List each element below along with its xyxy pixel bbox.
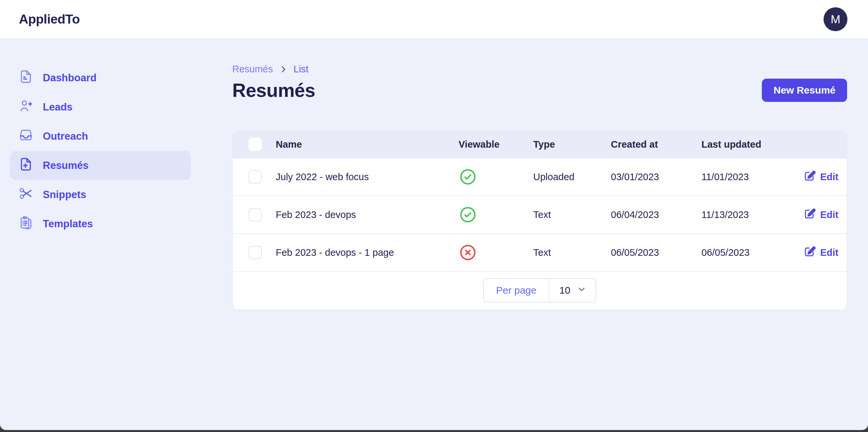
row-checkbox[interactable] [249, 208, 262, 221]
column-header-type: Type [533, 139, 611, 150]
pencil-square-icon [803, 169, 816, 184]
sidebar-nav: Dashboard Leads [0, 39, 212, 239]
table-row: Feb 2023 - devops Text 06/04/2023 11/13/… [232, 196, 847, 234]
per-page-value: 10 [559, 285, 570, 296]
created-at: 06/05/2023 [611, 247, 702, 258]
resume-name: Feb 2023 - devops [276, 209, 459, 220]
last-updated: 06/05/2023 [702, 247, 793, 258]
row-checkbox[interactable] [249, 246, 262, 259]
user-plus-icon [18, 98, 33, 116]
chevron-right-icon [278, 64, 288, 74]
sidebar-item-label: Snippets [43, 189, 86, 201]
sidebar-item-label: Dashboard [43, 72, 97, 84]
main-content: Resumés List Resumés New Resumé Name Vie… [232, 39, 847, 102]
sidebar-item-snippets[interactable]: Snippets [10, 180, 191, 209]
sidebar-item-dashboard[interactable]: Dashboard [10, 63, 191, 93]
app-window: AppliedTo M Dashboard [0, 0, 868, 430]
select-all-checkbox[interactable] [249, 138, 262, 151]
edit-button[interactable]: Edit [793, 245, 847, 260]
file-text-icon [18, 69, 33, 87]
page-header: Resumés New Resumé [232, 79, 847, 102]
edit-label: Edit [820, 247, 838, 258]
resumes-table: Name Viewable Type Created at Last updat… [232, 131, 847, 310]
sidebar-item-label: Templates [43, 218, 93, 230]
scissors-icon [18, 186, 33, 204]
pencil-square-icon [803, 245, 816, 260]
edit-label: Edit [820, 209, 838, 220]
sidebar-item-leads[interactable]: Leads [10, 93, 191, 122]
sidebar-item-resumes[interactable]: Resumés [10, 151, 191, 180]
pencil-square-icon [803, 207, 816, 222]
resume-type: Uploaded [533, 172, 611, 183]
column-header-created-at: Created at [611, 139, 702, 150]
edit-button[interactable]: Edit [793, 169, 847, 184]
viewable-yes-icon [459, 167, 533, 186]
file-plus-icon [18, 157, 33, 175]
table-footer: Per page 10 [232, 272, 847, 309]
created-at: 03/01/2023 [611, 172, 702, 183]
last-updated: 11/13/2023 [702, 209, 793, 220]
per-page-select[interactable]: 10 [550, 279, 596, 302]
sidebar-item-label: Leads [43, 101, 73, 113]
edit-button[interactable]: Edit [793, 207, 847, 222]
app-logo[interactable]: AppliedTo [19, 12, 80, 27]
table-row: Feb 2023 - devops - 1 page Text 06/05/20… [232, 234, 847, 272]
sidebar: Dashboard Leads [0, 39, 212, 239]
edit-label: Edit [820, 172, 838, 183]
resume-type: Text [533, 247, 611, 258]
sidebar-item-label: Outreach [43, 130, 88, 142]
viewable-yes-icon [459, 205, 533, 224]
sidebar-item-outreach[interactable]: Outreach [10, 122, 191, 151]
inbox-icon [18, 127, 33, 145]
created-at: 06/04/2023 [611, 209, 702, 220]
column-header-last-updated: Last updated [702, 139, 793, 150]
column-header-name: Name [276, 139, 459, 150]
per-page-label[interactable]: Per page [484, 279, 550, 302]
resume-type: Text [533, 209, 611, 220]
column-header-viewable: Viewable [459, 139, 533, 150]
avatar-initial: M [831, 12, 840, 26]
breadcrumb-resumes-link[interactable]: Resumés [232, 64, 273, 75]
page-title: Resumés [232, 79, 315, 101]
viewable-no-icon [459, 243, 533, 262]
chevron-down-icon [576, 284, 587, 297]
per-page-control: Per page 10 [483, 278, 596, 303]
new-resume-button[interactable]: New Resumé [762, 79, 847, 102]
user-avatar[interactable]: M [824, 7, 847, 31]
row-checkbox[interactable] [249, 170, 262, 184]
resume-name: July 2022 - web focus [276, 172, 459, 183]
sidebar-item-templates[interactable]: Templates [10, 209, 191, 239]
table-header-row: Name Viewable Type Created at Last updat… [232, 131, 847, 158]
breadcrumb: Resumés List [232, 64, 847, 75]
resume-name: Feb 2023 - devops - 1 page [276, 247, 459, 258]
table-row: July 2022 - web focus Uploaded 03/01/202… [232, 158, 847, 196]
top-bar: AppliedTo M [0, 0, 868, 39]
last-updated: 11/01/2023 [702, 172, 793, 183]
clipboard-list-icon [18, 215, 33, 233]
breadcrumb-list-link[interactable]: List [293, 64, 309, 75]
sidebar-item-label: Resumés [43, 160, 89, 172]
